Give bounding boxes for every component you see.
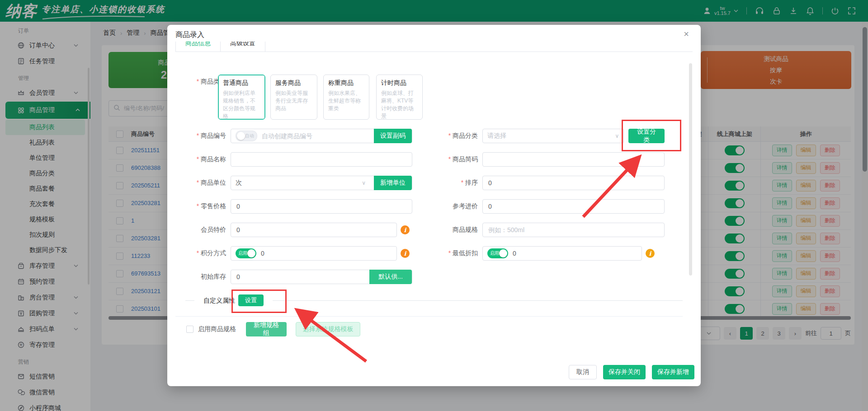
enable-spec-checkbox[interactable] (186, 326, 193, 333)
tab-product-info[interactable]: 商品信息 (175, 42, 221, 51)
field-label-min-discount: 最低折扣 (419, 249, 482, 257)
cancel-button[interactable]: 取消 (569, 365, 597, 379)
modal-scrollbar[interactable] (689, 63, 692, 276)
init-stock-input[interactable] (236, 273, 366, 281)
unit-select[interactable]: 次 ∨ 新增单位 (231, 176, 412, 190)
field-label-ref-price: 参考进价 (419, 202, 482, 210)
member-price-field[interactable] (231, 223, 397, 237)
add-unit-button[interactable]: 新增单位 (374, 176, 412, 190)
field-label-sort: 排序 (419, 179, 482, 187)
field-label-name: 商品名称 (167, 155, 231, 163)
product-type-card[interactable]: 普通商品例如便利店单规格销售，不区分颜色等规格 (218, 75, 265, 120)
divider (185, 300, 194, 301)
product-type-card[interactable]: 称重商品例如水果店、生鲜超市等称重类 (323, 75, 369, 120)
product-entry-modal: 商品录入 × 商品信息 高级设置 商品类型 普通商品例如便利店单规格销售，不区分… (167, 25, 701, 386)
sort-field[interactable] (482, 176, 665, 190)
divider (273, 300, 683, 301)
info-icon[interactable]: i (401, 225, 410, 234)
field-label-spec: 商品规格 (419, 226, 482, 234)
short-code-field[interactable] (482, 152, 665, 167)
highlight-box-custom-attr (231, 290, 287, 313)
modal-title: 商品录入 (175, 30, 204, 40)
field-label-points: 积分方式 (167, 249, 231, 257)
default-supplier-button[interactable]: 默认供... (369, 270, 412, 284)
info-icon[interactable]: i (401, 249, 410, 258)
field-label-code: 商品编号 (167, 132, 231, 140)
modal-tabs: 商品信息 高级设置 (175, 42, 693, 52)
points-input[interactable] (260, 249, 392, 257)
field-label-unit: 商品单位 (167, 179, 231, 187)
field-label-member-price: 会员特价 (167, 226, 231, 234)
highlight-box-set-category (622, 120, 681, 151)
auto-code-toggle[interactable]: 自动 (236, 131, 257, 141)
spec-field[interactable] (482, 223, 665, 237)
product-type-card[interactable]: 服务商品例如美业等服务行业无库存商品 (270, 75, 317, 120)
product-code-input[interactable] (261, 132, 370, 140)
close-icon[interactable]: × (684, 29, 689, 38)
info-icon[interactable]: i (646, 249, 655, 258)
field-label-category: 商品分类 (419, 132, 482, 140)
category-select[interactable]: 请选择 ∨ (482, 129, 624, 143)
field-label-short-code: 商品简码 (419, 155, 482, 163)
spec-input[interactable] (487, 226, 660, 234)
field-label-retail-price: 零售价格 (167, 202, 231, 210)
product-type-card[interactable]: 计时商品例如桌球、打麻将、KTV等计时收费的场景 (376, 75, 423, 120)
min-discount-field[interactable]: 启用 (482, 246, 642, 261)
set-subcode-button[interactable]: 设置副码 (374, 129, 412, 143)
ref-price-input[interactable] (487, 202, 660, 210)
ref-price-field[interactable] (482, 199, 665, 214)
min-discount-toggle[interactable]: 启用 (487, 248, 508, 258)
min-discount-input[interactable] (512, 249, 637, 257)
short-code-input[interactable] (487, 155, 660, 163)
sort-input[interactable] (487, 179, 660, 187)
retail-price-field[interactable] (231, 199, 412, 214)
custom-attr-label: 自定义属性 (203, 297, 235, 305)
product-name-field[interactable] (231, 152, 412, 167)
save-close-button[interactable]: 保存并关闭 (603, 365, 646, 379)
add-spec-group-button[interactable]: 新增规格组 (246, 322, 287, 336)
points-field[interactable]: 启用 (231, 246, 397, 261)
enable-spec-label: 启用商品规格 (198, 325, 236, 333)
chevron-down-icon: ∨ (362, 180, 366, 186)
member-price-input[interactable] (236, 226, 392, 234)
choose-spec-template-button[interactable]: 选择系统规格模板 (296, 322, 360, 336)
init-stock-field[interactable]: 默认供... (231, 270, 412, 284)
divider (175, 316, 683, 317)
points-toggle[interactable]: 启用 (236, 248, 256, 258)
product-code-field[interactable]: 自动 设置副码 (231, 129, 412, 143)
app-root: 纳客 专注单店、小连锁的收银系统 tw v1.15.7 (0, 0, 868, 411)
field-label-init-stock: 初始库存 (167, 273, 231, 281)
chevron-down-icon: ∨ (615, 133, 619, 139)
save-new-button[interactable]: 保存并新增 (652, 365, 694, 379)
tab-advanced-settings[interactable]: 高级设置 (221, 42, 265, 51)
product-name-input[interactable] (236, 155, 407, 163)
retail-price-input[interactable] (236, 202, 407, 210)
